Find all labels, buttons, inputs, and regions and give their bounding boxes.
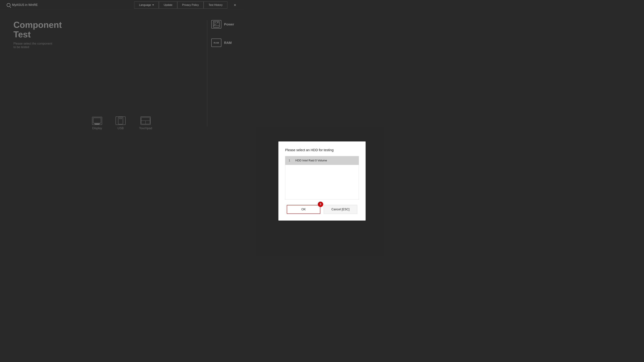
modal-overlay bbox=[0, 0, 244, 137]
